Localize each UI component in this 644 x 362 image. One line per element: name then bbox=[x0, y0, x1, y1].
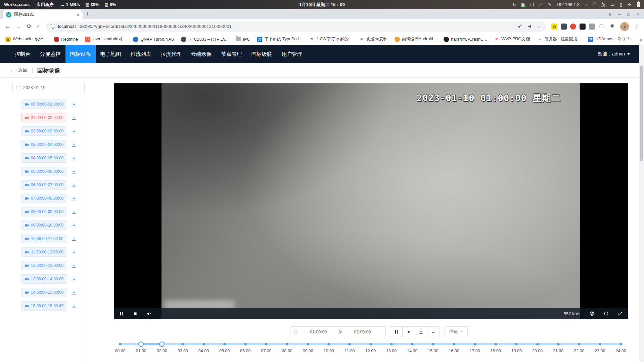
maximize-button[interactable]: □ bbox=[628, 12, 630, 17]
record-segment-button[interactable]: 04:00:00-05:00:00 bbox=[21, 153, 67, 163]
record-segment-button[interactable]: 03:00:00-04:00:00 bbox=[21, 140, 67, 149]
record-segment-button[interactable]: 11:00:00-12:00:00 bbox=[21, 247, 67, 257]
browser-menu-icon[interactable]: ⋮ bbox=[634, 24, 639, 30]
record-segment-button[interactable]: 02:00:00-03:00:00 bbox=[21, 126, 67, 136]
download-icon[interactable] bbox=[72, 183, 77, 188]
download-icon[interactable] bbox=[72, 277, 77, 282]
battery-icon[interactable] bbox=[637, 2, 640, 7]
tab-search-button[interactable]: ∨ bbox=[608, 12, 612, 17]
user-menu[interactable]: 欢迎，admin bbox=[598, 51, 630, 57]
player-pause-icon[interactable] bbox=[119, 312, 124, 316]
pause-button[interactable] bbox=[390, 326, 403, 337]
bookmark-item[interactable]: ≣ Webstack - 设计... bbox=[5, 36, 47, 42]
time-range-picker[interactable]: 01:00:00 至 02:00:00 bbox=[290, 326, 386, 337]
bookmark-item[interactable]: Ψ WVP-PRO文档 bbox=[494, 36, 530, 42]
download-icon[interactable] bbox=[72, 156, 77, 161]
extension-icon[interactable]: ❐ bbox=[598, 24, 604, 30]
windows-tray-icon[interactable]: ❐ bbox=[592, 2, 596, 7]
download-icon[interactable] bbox=[72, 223, 77, 228]
download-icon[interactable] bbox=[72, 129, 77, 134]
password-key-icon[interactable] bbox=[517, 24, 522, 29]
bookmark-item[interactable]: 如何编译Android... bbox=[395, 36, 437, 42]
date-picker-input[interactable]: 2023-01-10 bbox=[12, 83, 85, 92]
nav-item[interactable]: 国标设备 bbox=[65, 45, 96, 63]
download-icon[interactable] bbox=[72, 102, 77, 107]
record-segment-button[interactable]: 00:00:00-01:00:00 bbox=[21, 99, 67, 109]
record-segment-button[interactable]: 08:00:00-09:00:00 bbox=[21, 207, 67, 216]
close-window-button[interactable]: × bbox=[637, 12, 639, 17]
browser-home-button[interactable]: ⌂ bbox=[37, 23, 40, 30]
workspaces-button[interactable]: Workspaces bbox=[4, 2, 30, 7]
nav-item[interactable]: 电子地图 bbox=[96, 45, 126, 63]
share-icon[interactable] bbox=[527, 24, 532, 29]
site-info-icon[interactable]: ⓘ bbox=[51, 24, 55, 30]
video-player[interactable]: 2023-01-10 01:00:00 星期二 552 kb/s bbox=[114, 83, 628, 319]
back-link[interactable]: 返回 bbox=[18, 67, 28, 73]
puzzle-extensions-icon[interactable] bbox=[610, 24, 615, 29]
phone-tray-icon[interactable]: ▭ bbox=[611, 2, 615, 7]
refresh-icon[interactable] bbox=[604, 311, 608, 316]
profile-avatar[interactable]: J bbox=[620, 22, 629, 31]
ip-address[interactable]: 192.168.1.3 bbox=[556, 2, 580, 7]
download-icon[interactable] bbox=[72, 236, 77, 241]
clock[interactable]: 1月10日 星期二 15：09 bbox=[299, 2, 345, 8]
browser-tab[interactable]: 国标28181 × bbox=[3, 10, 83, 19]
display-tray-icon[interactable]: ▯ bbox=[620, 2, 622, 7]
fullscreen-icon[interactable] bbox=[618, 311, 623, 316]
nav-item[interactable]: 控制台 bbox=[10, 45, 35, 63]
download-icon[interactable] bbox=[72, 290, 77, 295]
record-segment-button[interactable]: 14:00:00-15:00:00 bbox=[21, 288, 67, 297]
range-end-input[interactable]: 02:00:00 bbox=[342, 329, 382, 334]
nav-item[interactable]: 云端录像 bbox=[186, 45, 217, 63]
record-segment-button[interactable]: 12:00:00-13:00:00 bbox=[21, 261, 67, 270]
record-segment-button[interactable]: 01:00:00-02:00:00 bbox=[21, 113, 67, 122]
timeline-track[interactable] bbox=[120, 343, 621, 345]
snapshot-shutter-icon[interactable] bbox=[590, 311, 594, 316]
download-icon[interactable] bbox=[72, 209, 77, 214]
nav-item[interactable]: 分屏监控 bbox=[35, 45, 65, 63]
bing-tray-icon[interactable]: b bbox=[513, 2, 516, 7]
bookmark-item[interactable]: QNAP Turbo NAS bbox=[133, 37, 174, 42]
extension-icon[interactable]: JS bbox=[551, 24, 557, 30]
bookmark-item[interactable]: RFC2833 – RTP Ev... bbox=[181, 37, 229, 42]
back-arrow-icon[interactable]: ← bbox=[10, 67, 16, 74]
volume-muted-icon[interactable] bbox=[627, 2, 632, 7]
page-scrollbar[interactable] bbox=[639, 45, 644, 362]
record-segment-button[interactable]: 07:00:00-08:00:00 bbox=[21, 194, 67, 203]
timeline-handle[interactable] bbox=[159, 341, 165, 347]
extension-icon[interactable] bbox=[561, 24, 567, 30]
nav-item[interactable]: 节点管理 bbox=[217, 45, 247, 63]
record-segment-button[interactable]: 10:00:00-11:00:00 bbox=[21, 234, 67, 243]
download-icon[interactable] bbox=[72, 196, 77, 201]
play-button[interactable] bbox=[402, 326, 415, 337]
player-stop-icon[interactable] bbox=[133, 312, 137, 316]
download-icon[interactable] bbox=[72, 250, 77, 255]
download-record-button[interactable] bbox=[415, 326, 427, 337]
speed-dropdown[interactable]: 倍速 bbox=[445, 326, 468, 337]
nav-item[interactable]: 国标级联 bbox=[247, 45, 277, 63]
record-segment-button[interactable]: 06:00:00-07:00:00 bbox=[21, 180, 67, 190]
download-icon[interactable] bbox=[72, 169, 77, 174]
record-segment-button[interactable]: 05:00:00-06:00:00 bbox=[21, 167, 67, 176]
download-icon[interactable] bbox=[72, 263, 77, 268]
bookmark-item[interactable]: ⊕ 免登录复制 bbox=[359, 36, 387, 42]
download-icon[interactable] bbox=[72, 115, 77, 120]
bookmark-item[interactable]: C java、android可... bbox=[85, 36, 126, 42]
tab-close-icon[interactable]: × bbox=[77, 12, 79, 17]
reload-button[interactable]: ⟳ bbox=[27, 23, 32, 30]
bookmark-item[interactable]: ⊕ 1.8W字|了不起的... bbox=[309, 36, 352, 42]
download-icon[interactable] bbox=[72, 304, 77, 309]
record-segment-button[interactable]: 13:00:00-14:00:00 bbox=[21, 274, 67, 284]
player-mute-icon[interactable] bbox=[147, 311, 152, 316]
nav-item[interactable]: 拉流代理 bbox=[156, 45, 186, 63]
color-picker-icon[interactable]: ✎ bbox=[548, 2, 551, 7]
clipboard-icon[interactable]: ❏ bbox=[530, 2, 534, 7]
download-icon[interactable] bbox=[72, 142, 77, 147]
forward-button[interactable]: → bbox=[16, 23, 21, 30]
app-indicator-icon[interactable]: ▣ bbox=[521, 2, 525, 7]
home-tray-icon[interactable]: ⌂ bbox=[585, 2, 587, 7]
scrollbar-thumb[interactable] bbox=[640, 66, 643, 161]
bookmark-item[interactable]: Redmine bbox=[54, 37, 78, 42]
address-bar[interactable]: ⓘ localhost:38080/#/gbRecordDetail/34020… bbox=[46, 22, 546, 32]
extension-icon[interactable] bbox=[570, 24, 576, 30]
